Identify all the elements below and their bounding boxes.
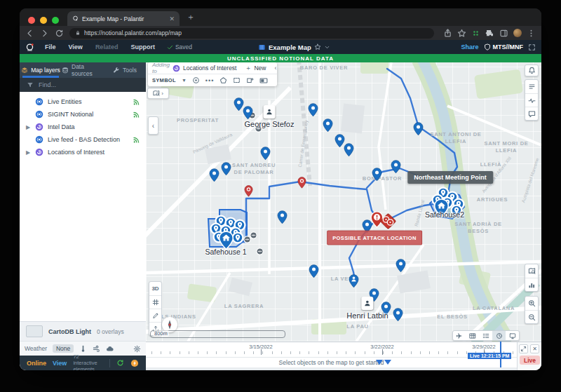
palantir-logo[interactable] bbox=[25, 43, 34, 52]
route-line[interactable] bbox=[387, 69, 418, 125]
map-pin-marker[interactable] bbox=[344, 143, 354, 157]
annotation-plain[interactable]: Safehouse 1 bbox=[205, 248, 247, 256]
time-button[interactable] bbox=[492, 331, 506, 340]
map-pin-marker[interactable] bbox=[260, 147, 271, 161]
wind-icon[interactable] bbox=[93, 345, 100, 353]
minimize-window-button[interactable] bbox=[40, 17, 47, 24]
grid-button[interactable] bbox=[149, 295, 161, 309]
map-dot-marker[interactable] bbox=[250, 231, 257, 239]
tab-close-icon[interactable]: ✕ bbox=[169, 15, 175, 22]
tab-data-sources[interactable]: Data sources bbox=[62, 62, 104, 78]
weather-none-button[interactable]: None bbox=[53, 344, 74, 353]
sidebar-collapse-button[interactable]: ‹ bbox=[148, 116, 158, 135]
extensions-icon[interactable] bbox=[485, 29, 494, 38]
map-red-cluster-marker[interactable] bbox=[379, 212, 398, 231]
map-pin-marker[interactable] bbox=[323, 119, 333, 133]
bookmark-icon[interactable] bbox=[457, 29, 466, 38]
document-title-group[interactable]: Example Map bbox=[258, 43, 330, 51]
select-area-icon[interactable] bbox=[233, 76, 241, 84]
view-mode[interactable]: View bbox=[53, 360, 67, 367]
search-area-button[interactable] bbox=[525, 264, 538, 278]
add-region-icon[interactable] bbox=[246, 76, 254, 84]
layer-row-locations-of-interest[interactable]: ▶ Locations of Interest bbox=[20, 146, 146, 158]
refresh-icon[interactable] bbox=[116, 359, 124, 367]
cloud-icon[interactable] bbox=[106, 345, 114, 353]
title-chevron-down-icon[interactable] bbox=[324, 44, 330, 50]
map-canvas[interactable]: PROSPERITATBARO DE VIVERSANT ANDREU DE P… bbox=[146, 62, 541, 342]
notes-button[interactable] bbox=[525, 80, 538, 93]
draw-point-icon[interactable] bbox=[192, 76, 200, 84]
card-view-icon[interactable] bbox=[259, 76, 268, 85]
list-button[interactable] bbox=[480, 331, 493, 340]
map-pin-marker[interactable] bbox=[221, 162, 231, 176]
close-window-button[interactable] bbox=[28, 17, 35, 24]
zoom-out-button[interactable] bbox=[525, 310, 538, 323]
browser-tab[interactable]: Example Map - Palantir ✕ bbox=[67, 11, 180, 26]
expand-caret-icon[interactable]: ▶ bbox=[25, 124, 31, 130]
reload-button[interactable] bbox=[55, 29, 64, 38]
symbol-caret-icon[interactable]: ▼ bbox=[182, 78, 187, 83]
map-pin-marker[interactable] bbox=[393, 308, 403, 322]
map-pin-marker[interactable] bbox=[391, 160, 401, 174]
comments-button[interactable] bbox=[525, 107, 538, 120]
map-pin-marker[interactable] bbox=[209, 168, 219, 182]
zoom-window-button[interactable] bbox=[52, 17, 59, 24]
map-pin-marker[interactable] bbox=[372, 168, 382, 182]
tab-tools[interactable]: Tools bbox=[104, 62, 146, 78]
more-tools-icon[interactable]: ••• bbox=[205, 77, 214, 84]
map-pin-marker[interactable] bbox=[309, 264, 319, 278]
histogram-button[interactable] bbox=[525, 278, 538, 291]
layer-row-live-entities[interactable]: Live Entities bbox=[20, 95, 146, 108]
entity-marker[interactable]: George Stefoz bbox=[245, 105, 295, 128]
annotate-button[interactable] bbox=[149, 309, 161, 322]
toggle-3d-button[interactable]: 3D bbox=[149, 282, 161, 295]
map-pin-marker[interactable] bbox=[396, 259, 406, 273]
address-bar[interactable]: https://notional.palantir.com/app/map bbox=[69, 28, 434, 39]
presentation-button[interactable] bbox=[506, 331, 519, 340]
browser-menu-icon[interactable] bbox=[527, 29, 536, 38]
bolt-icon[interactable] bbox=[130, 359, 139, 367]
share-page-icon[interactable] bbox=[443, 29, 452, 38]
share-button[interactable]: Share bbox=[461, 43, 478, 50]
map-search-button[interactable]: › bbox=[147, 88, 169, 99]
annotation-dark[interactable]: Northeast Meeting Point bbox=[407, 171, 493, 184]
map-pin-marker[interactable] bbox=[413, 122, 424, 136]
settings-gear-icon[interactable] bbox=[133, 345, 141, 353]
side-panel-icon[interactable] bbox=[499, 29, 508, 38]
menu-view[interactable]: View bbox=[64, 43, 88, 50]
temperature-icon[interactable] bbox=[79, 345, 87, 353]
map-pin-marker[interactable] bbox=[308, 103, 318, 117]
basemap-row[interactable]: CartoDB Light 0 overlays bbox=[20, 321, 146, 341]
menu-related[interactable]: Related bbox=[90, 43, 123, 50]
back-button[interactable] bbox=[25, 29, 34, 38]
map-person-pin-marker[interactable] bbox=[349, 274, 359, 288]
notifications-button[interactable] bbox=[525, 65, 539, 76]
activity-button[interactable] bbox=[525, 93, 538, 107]
flights-button[interactable] bbox=[453, 331, 466, 340]
map-pin-marker[interactable] bbox=[277, 210, 288, 224]
zoom-in-button[interactable] bbox=[525, 297, 538, 310]
timeline-expand-button[interactable] bbox=[519, 344, 528, 353]
draw-polygon-icon[interactable] bbox=[219, 76, 227, 84]
collapse-toolbar-icon[interactable]: ‹ bbox=[274, 65, 276, 72]
fullscreen-icon[interactable] bbox=[528, 43, 536, 51]
profile-avatar[interactable] bbox=[513, 29, 522, 37]
forward-button[interactable] bbox=[40, 29, 49, 38]
window-controls[interactable] bbox=[28, 14, 64, 27]
live-button[interactable]: Live bbox=[520, 356, 540, 365]
layer-find-input[interactable]: Find... bbox=[20, 78, 146, 92]
timeline-handle-icon[interactable] bbox=[376, 360, 383, 365]
map-red-pin-marker[interactable] bbox=[297, 177, 306, 189]
menu-support[interactable]: Support bbox=[126, 43, 160, 50]
target-layer-select[interactable]: Locations of Interest bbox=[183, 65, 237, 72]
favorite-star-icon[interactable] bbox=[314, 43, 321, 50]
table-button[interactable] bbox=[466, 331, 480, 340]
layer-row-intel-data[interactable]: ▶ Intel Data bbox=[20, 121, 146, 133]
symbol-dropdown[interactable]: SYMBOL bbox=[152, 77, 176, 83]
layer-row-sigint[interactable]: SIGINT Notional bbox=[20, 108, 146, 121]
extension-dots-icon[interactable] bbox=[471, 29, 480, 38]
annotation-plain[interactable]: Safehouse2 bbox=[425, 210, 464, 219]
expand-caret-icon[interactable]: ▶ bbox=[25, 149, 31, 156]
map-red-pin-marker[interactable] bbox=[244, 185, 253, 197]
entity-marker[interactable]: Henri Latbin bbox=[346, 297, 388, 320]
